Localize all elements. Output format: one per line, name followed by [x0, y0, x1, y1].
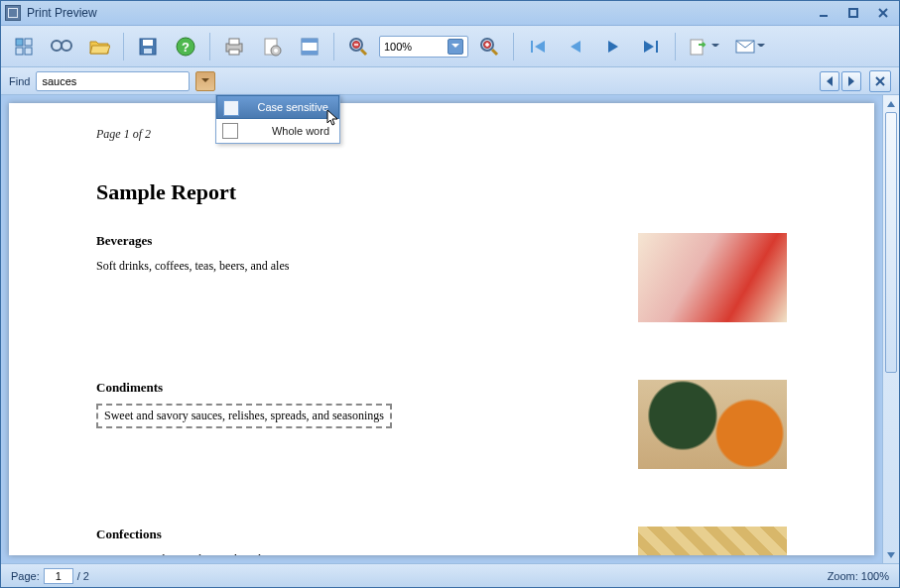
svg-marker-46	[887, 101, 895, 107]
section-desc: Soft drinks, coffees, teas, beers, and a…	[96, 259, 624, 274]
thumbnails-button[interactable]	[7, 30, 41, 63]
case-sensitive-option[interactable]: Case sensitive	[216, 95, 339, 119]
section-heading: Confections	[96, 527, 624, 542]
svg-rect-4	[16, 39, 23, 46]
page-area[interactable]: Page 1 of 2 Sample Report Beverages Soft…	[1, 95, 882, 563]
page-total: / 2	[77, 570, 89, 582]
svg-rect-5	[25, 39, 32, 46]
svg-marker-38	[644, 41, 654, 53]
last-page-button[interactable]	[634, 30, 668, 63]
next-page-button[interactable]	[596, 30, 630, 63]
scroll-track[interactable]	[883, 112, 899, 546]
find-options-menu: Case sensitive Whole word	[215, 94, 340, 144]
vertical-scrollbar[interactable]	[882, 95, 899, 563]
scroll-up-icon[interactable]	[883, 95, 899, 112]
separator	[513, 33, 514, 60]
find-options-dropdown[interactable]	[195, 71, 215, 91]
zoom-status: Zoom: 100%	[828, 570, 889, 582]
separator	[333, 33, 334, 60]
app-icon	[5, 5, 21, 21]
separator	[209, 33, 210, 60]
save-button[interactable]	[131, 30, 165, 63]
svg-point-8	[52, 41, 62, 51]
report-title: Sample Report	[96, 179, 787, 205]
svg-rect-17	[229, 39, 239, 45]
section-condiments: Condiments Sweet and savory sauces, reli…	[96, 380, 787, 469]
whole-word-option[interactable]: Whole word	[216, 119, 339, 143]
svg-point-9	[62, 41, 71, 51]
section-heading: Condiments	[96, 380, 624, 396]
status-bar: Page: / 2 Zoom: 100%	[1, 563, 899, 587]
export-button[interactable]	[683, 30, 724, 63]
separator	[675, 33, 676, 60]
open-button[interactable]	[82, 30, 116, 63]
section-desc: Desserts, candies, and sweet breads	[96, 552, 624, 555]
find-button[interactable]	[45, 30, 78, 63]
svg-text:?: ?	[182, 40, 190, 55]
section-image	[638, 380, 787, 469]
zoom-select[interactable]: 100%	[379, 36, 468, 58]
maximize-button[interactable]	[841, 4, 865, 22]
svg-rect-24	[302, 51, 318, 55]
titlebar: Print Preview	[1, 1, 899, 26]
svg-marker-47	[887, 552, 895, 558]
minimize-button[interactable]	[812, 4, 836, 22]
menu-item-label: Whole word	[272, 125, 329, 137]
scroll-down-icon[interactable]	[883, 546, 899, 563]
window-title: Print Preview	[27, 6, 97, 20]
svg-marker-36	[571, 41, 580, 53]
svg-rect-7	[25, 48, 32, 55]
checkbox-icon	[222, 123, 238, 139]
svg-marker-42	[827, 76, 833, 86]
zoom-out-button[interactable]	[341, 30, 375, 63]
svg-rect-34	[531, 41, 533, 53]
chevron-down-icon	[711, 44, 719, 50]
svg-marker-37	[608, 41, 618, 53]
header-footer-button[interactable]	[293, 30, 326, 63]
page-number-input[interactable]	[44, 568, 73, 584]
page-label: Page:	[11, 570, 40, 582]
menu-item-label: Case sensitive	[257, 101, 328, 113]
print-button[interactable]	[217, 30, 251, 63]
find-next-button[interactable]	[841, 71, 861, 91]
svg-rect-39	[656, 41, 658, 53]
svg-line-26	[361, 50, 366, 55]
zoom-value: 100%	[384, 41, 412, 53]
find-close-button[interactable]	[869, 70, 891, 92]
print-preview-window: Print Preview ? 100%	[0, 0, 900, 588]
section-beverages: Beverages Soft drinks, coffees, teas, be…	[96, 233, 787, 322]
svg-line-30	[492, 50, 497, 55]
scroll-thumb[interactable]	[885, 112, 897, 373]
help-button[interactable]: ?	[169, 30, 202, 63]
email-button[interactable]	[728, 30, 770, 63]
prev-page-button[interactable]	[559, 30, 592, 63]
zoom-dropdown-icon[interactable]	[448, 39, 463, 55]
svg-rect-13	[144, 49, 152, 54]
chevron-down-icon	[757, 44, 765, 50]
svg-marker-43	[848, 76, 854, 86]
svg-rect-18	[229, 50, 239, 55]
find-bar: Find Case sensitive Whole word	[1, 67, 899, 95]
zoom-in-button[interactable]	[472, 30, 506, 63]
page-setup-button[interactable]	[255, 30, 289, 63]
svg-rect-12	[143, 40, 153, 46]
svg-rect-40	[691, 40, 703, 55]
svg-rect-6	[16, 48, 23, 55]
first-page-button[interactable]	[521, 30, 555, 63]
section-image	[638, 527, 787, 555]
svg-rect-23	[302, 39, 318, 43]
section-heading: Beverages	[96, 233, 624, 249]
main-toolbar: ? 100%	[1, 26, 899, 67]
svg-rect-1	[849, 9, 857, 17]
section-image	[638, 233, 787, 322]
section-confections: Confections Desserts, candies, and sweet…	[96, 527, 787, 555]
close-button[interactable]	[871, 4, 895, 22]
svg-point-21	[274, 49, 278, 53]
svg-marker-35	[535, 41, 545, 53]
page-indicator: Page 1 of 2	[96, 127, 787, 142]
content-area: Page 1 of 2 Sample Report Beverages Soft…	[1, 95, 899, 563]
separator	[123, 33, 124, 60]
find-prev-button[interactable]	[820, 71, 839, 91]
search-highlight: Sweet and savory sauces, relishes, sprea…	[96, 404, 392, 428]
find-input[interactable]	[36, 71, 190, 91]
